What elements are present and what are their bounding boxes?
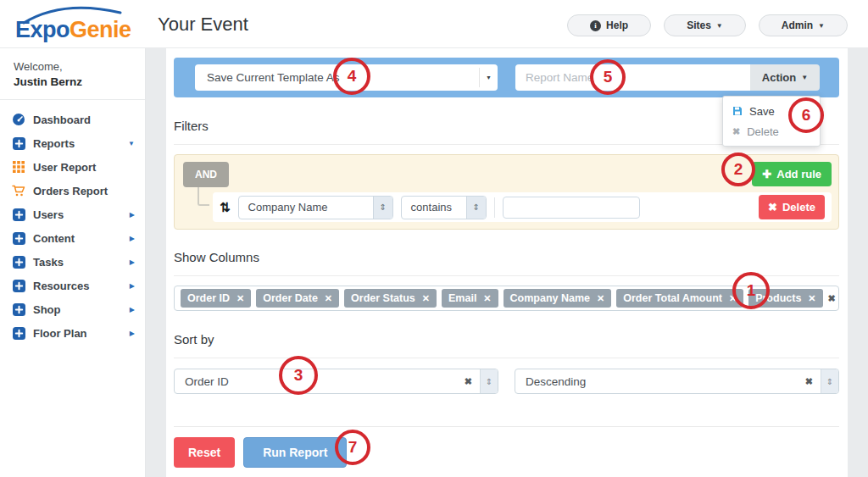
annotation-circle-1: 1 bbox=[732, 272, 770, 309]
column-tag-label: Company Name bbox=[510, 292, 590, 304]
sidebar-item-label: Floor Plan bbox=[33, 327, 87, 340]
chevron-right-icon: ▶ bbox=[130, 258, 135, 266]
rule-operator-select[interactable]: contains ⇕ bbox=[401, 196, 487, 219]
x-icon: ✖ bbox=[732, 126, 740, 137]
column-tag-label: Order Total Amount bbox=[623, 292, 722, 304]
run-report-button[interactable]: Run Report bbox=[243, 437, 347, 468]
spinner-arrows-icon: ⇕ bbox=[373, 197, 392, 219]
add-rule-label: Add rule bbox=[776, 168, 821, 180]
plus-square-icon bbox=[12, 208, 25, 221]
sidebar-item-content[interactable]: Content ▶ bbox=[0, 226, 145, 250]
sort-by-heading: Sort by bbox=[174, 332, 839, 358]
rule-connector bbox=[198, 187, 209, 206]
sort-direction-select[interactable]: Descending ✖ ⇕ bbox=[515, 369, 839, 394]
dashboard-gauge-icon bbox=[12, 113, 25, 126]
remove-tag-icon[interactable]: ✕ bbox=[236, 293, 244, 304]
chevron-down-icon: ▼ bbox=[801, 74, 808, 81]
add-rule-button[interactable]: ✚ Add rule bbox=[752, 162, 832, 186]
column-tag-label: Order Status bbox=[351, 292, 415, 304]
column-tag[interactable]: Order ID✕ bbox=[181, 289, 251, 308]
sidebar-item-label: Reports bbox=[33, 137, 75, 150]
chevron-down-icon: ▼ bbox=[128, 140, 135, 147]
sort-field-select[interactable]: Order ID ✖ ⇕ bbox=[174, 369, 498, 394]
annotation-circle-4: 4 bbox=[333, 58, 370, 95]
sites-dropdown-button[interactable]: Sites ▼ bbox=[664, 14, 746, 36]
template-bar: Save Current Template As ▼ Action ▼ Save… bbox=[174, 58, 839, 97]
delete-rule-button[interactable]: ✖ Delete bbox=[759, 195, 825, 219]
welcome-block: Welcome, Justin Bernz bbox=[0, 48, 145, 100]
sidebar-item-reports[interactable]: Reports ▼ bbox=[0, 131, 145, 155]
remove-tag-icon[interactable]: ✕ bbox=[597, 293, 604, 304]
sidebar-item-label: Tasks bbox=[33, 256, 64, 269]
expogenie-report-builder-screen: ExpoGenie Your Event i Help Sites ▼ Admi… bbox=[0, 0, 868, 477]
clear-icon[interactable]: ✖ bbox=[465, 376, 472, 387]
plus-icon: ✚ bbox=[762, 168, 771, 180]
plus-square-icon bbox=[12, 279, 25, 292]
chevron-right-icon: ▶ bbox=[130, 330, 135, 337]
annotation-circle-6: 6 bbox=[788, 97, 824, 133]
sidebar-item-resources[interactable]: Resources ▶ bbox=[0, 274, 145, 297]
sidebar-item-label: Orders Report bbox=[33, 185, 108, 197]
action-dropdown-button[interactable]: Action ▼ bbox=[750, 64, 820, 91]
reset-button[interactable]: Reset bbox=[174, 437, 235, 468]
sidebar-item-dashboard[interactable]: Dashboard bbox=[0, 108, 145, 131]
sidebar-item-orders-report[interactable]: Orders Report bbox=[0, 179, 145, 202]
sidebar-item-shop[interactable]: Shop ▶ bbox=[0, 297, 145, 321]
sidebar: Welcome, Justin Bernz Dashboard Reports … bbox=[0, 48, 146, 477]
chevron-down-icon: ▼ bbox=[716, 22, 723, 30]
sidebar-item-floor-plan[interactable]: Floor Plan ▶ bbox=[0, 321, 145, 345]
sidebar-item-tasks[interactable]: Tasks ▶ bbox=[0, 250, 145, 274]
save-label: Save bbox=[749, 105, 775, 118]
spinner-arrows-icon: ⇕ bbox=[466, 197, 486, 219]
welcome-label: Welcome, bbox=[14, 60, 131, 73]
remove-tag-icon[interactable]: ✕ bbox=[483, 293, 491, 304]
remove-tag-icon[interactable]: ✕ bbox=[422, 293, 430, 304]
remove-tag-icon[interactable]: ✕ bbox=[808, 293, 815, 304]
column-tag-label: Order Date bbox=[263, 292, 318, 304]
drag-handle-icon[interactable]: ⇅ bbox=[220, 200, 231, 215]
sidebar-item-label: Shop bbox=[33, 303, 61, 316]
and-operator-button[interactable]: AND bbox=[183, 162, 229, 187]
plus-square-icon bbox=[12, 231, 25, 245]
column-tag[interactable]: Order Total Amount✕ bbox=[616, 289, 743, 308]
report-name-input[interactable] bbox=[515, 64, 750, 91]
column-tag[interactable]: Company Name✕ bbox=[504, 289, 612, 308]
chevron-right-icon: ▶ bbox=[130, 235, 135, 242]
divider bbox=[174, 426, 839, 427]
spinner-arrows-icon: ⇕ bbox=[821, 369, 838, 393]
rule-field-select[interactable]: Company Name ⇕ bbox=[238, 196, 393, 219]
divider bbox=[494, 197, 495, 218]
action-label: Action bbox=[762, 71, 796, 84]
admin-dropdown-button[interactable]: Admin ▼ bbox=[759, 14, 848, 36]
column-tag[interactable]: Order Status✕ bbox=[344, 289, 437, 308]
column-tag[interactable]: Email✕ bbox=[442, 289, 498, 308]
save-floppy-icon bbox=[732, 106, 743, 116]
spinner-arrows-icon: ⇕ bbox=[480, 369, 498, 393]
chevron-right-icon: ▶ bbox=[130, 211, 135, 219]
sidebar-item-users[interactable]: Users ▶ bbox=[0, 202, 145, 226]
clear-icon[interactable]: ✖ bbox=[805, 376, 813, 387]
clear-all-icon[interactable]: ✖ bbox=[828, 293, 836, 304]
template-select-value: Save Current Template As bbox=[207, 71, 340, 84]
expogenie-logo[interactable]: ExpoGenie bbox=[12, 4, 147, 45]
page-title: Your Event bbox=[158, 14, 248, 36]
rule-field-value: Company Name bbox=[239, 197, 373, 219]
sidebar-item-label: Users bbox=[33, 208, 64, 221]
sort-field-value: Order ID bbox=[175, 375, 229, 388]
delete-label: Delete bbox=[747, 125, 779, 138]
x-icon: ✖ bbox=[768, 201, 777, 214]
sort-row: Order ID ✖ ⇕ Descending ✖ ⇕ bbox=[174, 369, 839, 394]
sidebar-item-user-report[interactable]: User Report bbox=[0, 155, 145, 179]
plus-square-icon bbox=[12, 326, 25, 340]
logo-text: ExpoGenie bbox=[15, 17, 131, 43]
rule-value-input[interactable] bbox=[503, 197, 640, 219]
help-button[interactable]: i Help bbox=[567, 14, 651, 36]
header-buttons: i Help Sites ▼ Admin ▼ bbox=[567, 14, 848, 36]
plus-square-icon bbox=[12, 302, 25, 316]
remove-tag-icon[interactable]: ✕ bbox=[325, 293, 332, 304]
column-tag[interactable]: Order Date✕ bbox=[256, 289, 339, 308]
chevron-right-icon: ▶ bbox=[130, 306, 135, 313]
plus-square-icon bbox=[12, 255, 25, 269]
sidebar-item-label: User Report bbox=[33, 161, 96, 174]
filter-rule-row: ⇅ Company Name ⇕ contains ⇕ ✖ Delete bbox=[213, 192, 832, 222]
